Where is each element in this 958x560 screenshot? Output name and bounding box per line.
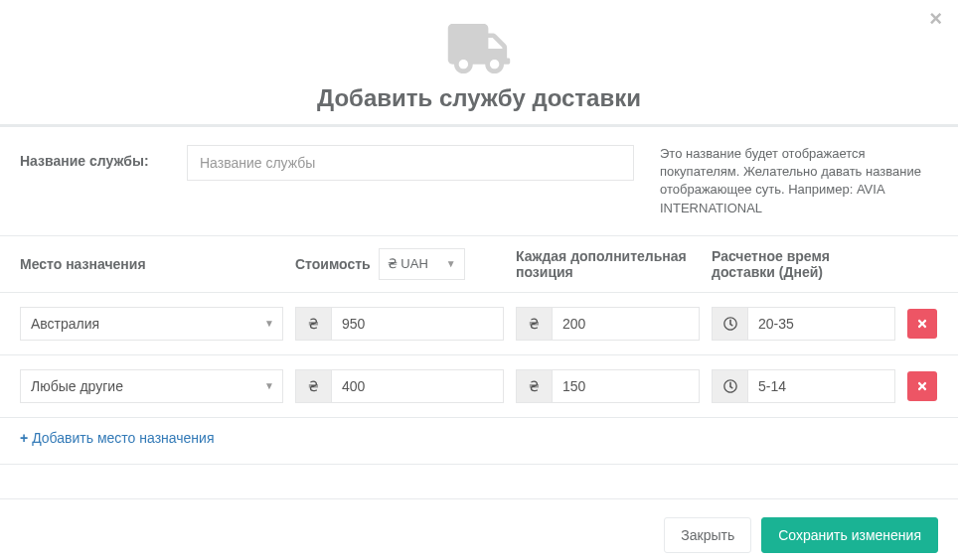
modal-footer: Закрыть Сохранить изменения: [0, 498, 958, 560]
save-button[interactable]: Сохранить изменения: [761, 517, 938, 553]
close-button[interactable]: Закрыть: [664, 517, 751, 553]
service-name-input[interactable]: [187, 145, 634, 181]
service-name-hint: Это название будет отображается покупате…: [652, 145, 938, 217]
days-input[interactable]: [747, 307, 895, 341]
currency-select[interactable]: ₴ UAH ▼: [379, 248, 465, 280]
currency-value: ₴ UAH: [388, 256, 428, 271]
destination-value: Австралия: [31, 316, 99, 332]
table-header: Место назначения Стоимость ₴ UAH ▼ Кажда…: [0, 236, 958, 293]
chevron-down-icon: ▼: [264, 380, 274, 391]
chevron-down-icon: ▼: [264, 318, 274, 329]
header-destination: Место назначения: [20, 256, 283, 272]
truck-icon: [444, 24, 514, 76]
cost-input[interactable]: [331, 369, 504, 403]
modal-title: Добавить службу доставки: [0, 84, 958, 112]
hryvnia-icon: ₴: [295, 369, 331, 403]
hryvnia-icon: ₴: [516, 369, 552, 403]
plus-icon: +: [20, 430, 28, 446]
destination-select[interactable]: Австралия ▼: [20, 307, 283, 341]
clock-icon: [712, 369, 747, 403]
header-days: Расчетное время доставки (Дней): [712, 248, 895, 280]
close-icon[interactable]: ×: [929, 8, 942, 30]
days-input[interactable]: [747, 369, 895, 403]
destination-select[interactable]: Любые другие ▼: [20, 369, 283, 403]
header-additional: Каждая дополнительная позиция: [516, 248, 700, 280]
table-row: Любые другие ▼ ₴ ₴: [0, 355, 958, 418]
hryvnia-icon: ₴: [295, 307, 331, 341]
clock-icon: [712, 307, 747, 341]
add-destination-link[interactable]: +Добавить место назначения: [0, 418, 958, 465]
hryvnia-icon: ₴: [516, 307, 552, 341]
additional-input[interactable]: [552, 307, 700, 341]
chevron-down-icon: ▼: [446, 258, 456, 269]
service-name-label: Название службы:: [20, 145, 169, 169]
modal-header: Добавить службу доставки: [0, 0, 958, 124]
destination-value: Любые другие: [31, 378, 123, 394]
service-name-section: Название службы: Это название будет отоб…: [0, 124, 958, 236]
cost-input[interactable]: [331, 307, 504, 341]
header-cost: Стоимость: [295, 256, 371, 272]
delete-row-button[interactable]: [907, 371, 937, 401]
delete-row-button[interactable]: [907, 309, 937, 339]
table-row: Австралия ▼ ₴ ₴: [0, 293, 958, 355]
additional-input[interactable]: [552, 369, 700, 403]
add-destination-label: Добавить место назначения: [32, 430, 214, 446]
